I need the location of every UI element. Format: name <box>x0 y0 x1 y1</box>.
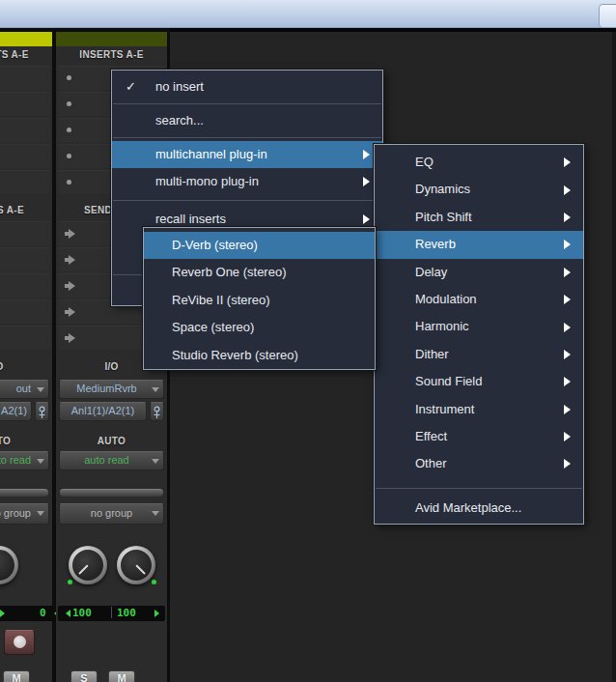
submenu-arrow-icon <box>564 157 571 167</box>
pan-left-value: 100 <box>72 607 92 619</box>
auto-section-label: AUTO <box>56 436 167 446</box>
pan-knob-right[interactable] <box>115 544 157 586</box>
automation-mode-selector[interactable]: auto read <box>59 451 164 470</box>
insert-slot[interactable] <box>0 118 50 142</box>
menu-item-delay[interactable]: Delay <box>375 259 583 286</box>
menu-item-search[interactable]: search... <box>112 107 382 134</box>
menu-item-reverb-one[interactable]: Reverb One (stereo) <box>144 259 375 286</box>
strip-divider-bar <box>60 489 163 497</box>
solo-button[interactable]: S <box>70 670 98 682</box>
window-titlebar[interactable] <box>0 0 616 28</box>
menu-item-d-verb[interactable]: D-Verb (stereo) <box>144 232 375 259</box>
output-selector[interactable]: MediumRvrb <box>59 380 164 399</box>
submenu-arrow-icon <box>564 185 571 195</box>
menu-item-effect[interactable]: Effect <box>375 423 583 450</box>
submenu-arrow-icon <box>564 240 571 249</box>
auto-section-label: AUTO <box>0 436 52 446</box>
menu-item-label: Space (stereo) <box>172 320 254 334</box>
pan-knob[interactable] <box>0 544 20 586</box>
menu-item-reverb[interactable]: Reverb <box>375 231 583 258</box>
pan-value-display[interactable]: 0 <box>0 606 62 621</box>
menu-item-avid-marketplace[interactable]: Avid Marketplace... <box>375 495 583 522</box>
menu-item-label: ReVibe II (stereo) <box>172 293 270 307</box>
menu-item-eq[interactable]: EQ <box>375 149 583 176</box>
mute-button[interactable]: M <box>3 670 30 682</box>
menu-item-multichannel-plugin[interactable]: multichannel plug-in <box>112 141 382 168</box>
insert-dot-icon <box>67 101 71 106</box>
dropdown-arrow-icon <box>37 511 44 516</box>
pan-right-value: 100 <box>117 607 136 619</box>
menu-item-harmonic[interactable]: Harmonic <box>375 313 583 340</box>
menu-item-other[interactable]: Other <box>375 450 583 477</box>
menu-item-label: Reverb <box>415 237 456 251</box>
insert-slot[interactable] <box>0 92 50 116</box>
pan-value: 0 <box>40 607 46 619</box>
channel-strip-1: INSERTS A-E SENDS A-E I/O out A2(1) AUTO… <box>0 32 52 682</box>
menu-item-label: Effect <box>415 429 447 443</box>
track-color-band <box>0 32 52 46</box>
dropdown-arrow-icon <box>37 387 44 392</box>
send-slot[interactable] <box>0 273 50 298</box>
menu-item-dynamics[interactable]: Dynamics <box>375 176 583 203</box>
menu-item-label: D-Verb (stereo) <box>172 238 258 252</box>
pan-value-display[interactable]: 100 100 <box>58 606 165 621</box>
send-arrow-icon <box>65 307 76 317</box>
menu-item-no-insert[interactable]: ✓ no insert <box>112 73 382 100</box>
menu-item-label: Dither <box>415 347 449 361</box>
menu-item-pitch-shift[interactable]: Pitch Shift <box>375 204 583 231</box>
menu-item-multi-mono-plugin[interactable]: multi-mono plug-in <box>112 168 382 195</box>
insert-slot[interactable] <box>0 66 50 90</box>
send-slot[interactable] <box>0 326 50 350</box>
checkmark-icon: ✓ <box>126 73 136 100</box>
menu-item-label: Instrument <box>415 402 474 416</box>
input-selector[interactable]: Anl1(1)/A2(1) <box>59 402 147 421</box>
input-path-button[interactable] <box>150 402 164 421</box>
window-control-button[interactable] <box>599 4 616 28</box>
send-slot[interactable] <box>0 221 50 245</box>
pan-indicator-dot <box>152 580 156 584</box>
submenu-arrow-icon <box>564 377 571 386</box>
submenu-arrow-icon <box>363 150 370 159</box>
input-selector[interactable]: A2(1) <box>0 402 32 421</box>
record-enable-button[interactable] <box>4 630 35 655</box>
menu-item-label: Other <box>415 456 447 470</box>
insert-slot[interactable] <box>0 170 50 194</box>
menu-item-space[interactable]: Space (stereo) <box>144 314 375 341</box>
submenu-arrow-icon <box>564 268 571 277</box>
menu-item-label: Modulation <box>415 292 477 306</box>
submenu-arrow-icon <box>564 405 571 414</box>
submenu-arrow-icon <box>363 214 370 224</box>
input-path-button[interactable] <box>35 402 49 421</box>
insert-slot[interactable] <box>0 144 50 168</box>
menu-item-label: Pitch Shift <box>415 210 472 224</box>
pan-display-divider <box>111 607 112 618</box>
submenu-arrow-icon <box>564 432 571 441</box>
menu-item-modulation[interactable]: Modulation <box>375 286 583 313</box>
input-path-icon <box>153 406 161 419</box>
send-slot[interactable] <box>0 247 50 271</box>
strip-divider-bar <box>0 489 48 497</box>
menu-item-label: Reverb One (stereo) <box>172 265 287 279</box>
menu-item-sound-field[interactable]: Sound Field <box>375 368 583 395</box>
menu-item-revibe-ii[interactable]: ReVibe II (stereo) <box>144 287 375 314</box>
menu-item-dither[interactable]: Dither <box>375 341 583 368</box>
menu-item-label: Harmonic <box>415 319 469 333</box>
menu-item-label: EQ <box>415 155 434 169</box>
insert-dot-icon <box>67 128 71 132</box>
menu-item-instrument[interactable]: Instrument <box>375 396 583 423</box>
pan-knob-left[interactable] <box>67 544 109 586</box>
menu-item-label: no insert <box>155 79 204 94</box>
send-slot[interactable] <box>0 299 50 324</box>
pan-right-arrow-icon <box>154 610 159 617</box>
menu-item-label: multichannel plug-in <box>155 147 267 161</box>
menu-item-label: Dynamics <box>415 182 470 196</box>
menu-separator <box>113 200 381 201</box>
inserts-section-label: INSERTS A-E <box>0 49 52 60</box>
mute-button[interactable]: M <box>108 670 135 682</box>
menu-separator <box>113 137 381 138</box>
menu-item-studio-reverb[interactable]: Studio Reverb (stereo) <box>144 342 375 369</box>
window-right-edge <box>612 32 616 682</box>
group-selector[interactable]: no group <box>59 503 164 525</box>
menu-item-label: search... <box>155 113 204 128</box>
submenu-arrow-icon <box>564 295 571 304</box>
